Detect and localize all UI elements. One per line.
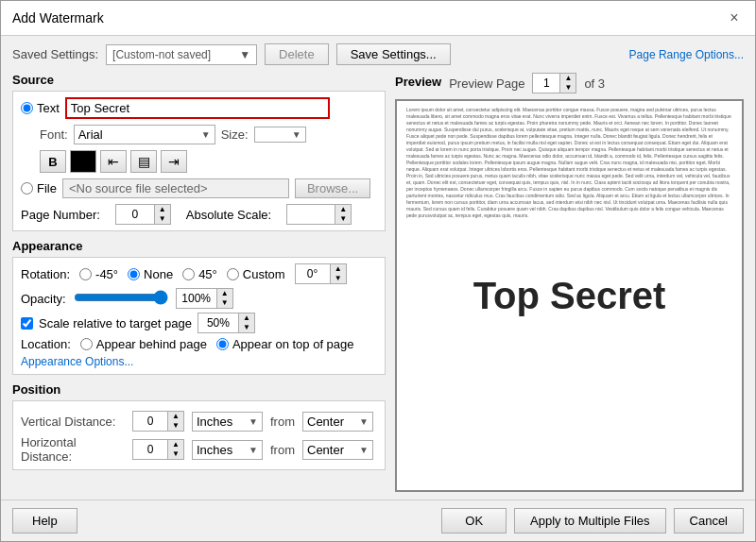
rot-neg45-label[interactable]: -45°	[79, 267, 118, 281]
file-label: File	[37, 181, 57, 195]
file-radio-label[interactable]: File	[21, 181, 57, 195]
preview-page-content: Lorem ipsum dolor sit amet, consectetur …	[397, 101, 742, 490]
text-row: Text	[21, 97, 377, 119]
browse-button[interactable]: Browse...	[295, 178, 370, 198]
opacity-slider-container	[74, 290, 168, 308]
rot-45-radio[interactable]	[182, 268, 195, 280]
ok-button[interactable]: OK	[441, 508, 507, 534]
save-settings-button[interactable]: Save Settings...	[336, 43, 451, 65]
absolute-scale-spinbox: ▲ ▼	[286, 204, 352, 225]
saved-settings-chevron: ▼	[239, 48, 250, 61]
scale-up[interactable]: ▲	[239, 313, 254, 323]
rot-custom-radio[interactable]	[227, 268, 239, 280]
rot-45-label[interactable]: 45°	[182, 267, 217, 281]
loc-front-label[interactable]: Appear on top of page	[216, 337, 354, 351]
page-number-label: Page Number:	[21, 208, 100, 222]
opacity-input[interactable]	[177, 290, 216, 307]
page-number-up[interactable]: ▲	[155, 205, 170, 214]
preview-body-text: Lorem ipsum dolor sit amet, consectetur …	[406, 107, 732, 219]
preview-page-up[interactable]: ▲	[560, 74, 576, 83]
loc-behind-text: Appear behind page	[96, 337, 207, 351]
dialog-title: Add Watermark	[12, 10, 104, 25]
horizontal-from-combo[interactable]: Center ▼	[302, 440, 373, 460]
appearance-title: Appearance	[12, 239, 386, 253]
vertical-input[interactable]	[133, 413, 167, 430]
rot-none-label[interactable]: None	[128, 267, 173, 281]
loc-behind-radio[interactable]	[80, 338, 93, 350]
scale-down[interactable]: ▼	[239, 323, 254, 332]
vertical-unit-value: Inches	[197, 415, 232, 429]
preview-page-arrows: ▲ ▼	[559, 74, 576, 93]
opacity-slider[interactable]	[74, 290, 168, 305]
rot-custom-label[interactable]: Custom	[227, 267, 285, 281]
horizontal-up[interactable]: ▲	[168, 440, 183, 449]
page-range-link[interactable]: Page Range Options...	[629, 48, 744, 61]
source-inner: Text Font: Arial	[21, 97, 377, 225]
text-label: Text	[37, 101, 60, 115]
watermark-overlay: Top Secret	[473, 275, 666, 317]
page-number-input[interactable]	[116, 206, 154, 223]
vertical-unit-chevron: ▼	[249, 416, 258, 427]
scale-checkbox[interactable]	[21, 317, 33, 330]
saved-settings-combo[interactable]: [Custom-not saved] ▼	[106, 44, 257, 65]
vertical-label: Vertical Distance:	[21, 415, 125, 429]
preview-title: Preview	[395, 75, 441, 89]
rotation-row: Rotation: -45° None 45°	[21, 263, 377, 284]
location-label: Location:	[21, 337, 71, 351]
align-center-button[interactable]: ▤	[130, 150, 157, 173]
loc-behind-label[interactable]: Appear behind page	[80, 337, 207, 351]
rotation-degree-input[interactable]	[296, 265, 330, 282]
page-number-down[interactable]: ▼	[155, 214, 170, 224]
size-combo[interactable]: ▼	[254, 127, 306, 143]
align-right-button[interactable]: ⇥	[161, 150, 187, 173]
text-radio[interactable]	[21, 102, 33, 114]
color-picker[interactable]	[70, 150, 96, 173]
appearance-box: Rotation: -45° None 45°	[12, 257, 386, 375]
preview-page-down[interactable]: ▼	[560, 83, 576, 93]
vertical-unit-combo[interactable]: Inches ▼	[192, 412, 263, 432]
footer-right: OK Apply to Multiple Files Cancel	[441, 508, 744, 534]
close-button[interactable]: ×	[725, 8, 744, 27]
font-combo[interactable]: Arial ▼	[74, 125, 215, 144]
text-radio-label[interactable]: Text	[21, 101, 60, 115]
vertical-up[interactable]: ▲	[168, 412, 183, 421]
align-left-button[interactable]: ⇤	[100, 150, 127, 173]
rotation-degree-down[interactable]: ▼	[331, 274, 346, 283]
rot-neg45-radio[interactable]	[79, 268, 92, 280]
file-radio[interactable]	[21, 182, 33, 195]
absolute-scale-input[interactable]	[287, 206, 335, 223]
rotation-degree-up[interactable]: ▲	[331, 264, 346, 274]
vertical-from-combo[interactable]: Center ▼	[302, 412, 373, 432]
preview-header: Preview Preview Page ▲ ▼ of 3	[395, 73, 744, 93]
absolute-scale-up[interactable]: ▲	[335, 205, 351, 214]
appearance-options-link[interactable]: Appearance Options...	[21, 355, 133, 368]
apply-button[interactable]: Apply to Multiple Files	[514, 508, 665, 534]
horizontal-unit-combo[interactable]: Inches ▼	[192, 440, 263, 460]
rot-none-radio[interactable]	[128, 268, 140, 280]
horizontal-down[interactable]: ▼	[168, 449, 183, 459]
bold-button[interactable]: B	[40, 150, 66, 173]
position-section: Position Vertical Distance: ▲ ▼	[12, 382, 386, 470]
source-box: Text Font: Arial	[12, 91, 386, 231]
position-title: Position	[12, 382, 386, 397]
horizontal-input[interactable]	[133, 441, 167, 458]
opacity-down[interactable]: ▼	[217, 298, 232, 308]
vertical-down[interactable]: ▼	[168, 421, 183, 431]
scale-input[interactable]	[198, 314, 238, 331]
opacity-up[interactable]: ▲	[217, 289, 232, 298]
saved-settings-row: Saved Settings: [Custom-not saved] ▼ Del…	[12, 43, 744, 65]
size-chevron: ▼	[292, 129, 301, 140]
rotation-degree-spinbox: ▲ ▼	[295, 263, 347, 284]
preview-page-input[interactable]	[533, 75, 559, 92]
right-panel: Preview Preview Page ▲ ▼ of 3	[395, 73, 744, 492]
page-number-arrows: ▲ ▼	[154, 205, 170, 224]
help-button[interactable]: Help	[12, 508, 77, 534]
scale-arrows: ▲ ▼	[238, 313, 254, 332]
vertical-from-value: Center	[307, 415, 344, 429]
absolute-scale-down[interactable]: ▼	[335, 214, 351, 224]
loc-front-radio[interactable]	[216, 338, 229, 350]
delete-button[interactable]: Delete	[265, 43, 329, 65]
text-input[interactable]	[71, 101, 324, 115]
cancel-button[interactable]: Cancel	[674, 508, 744, 534]
font-row: Font: Arial ▼ Size: ▼	[21, 125, 377, 144]
